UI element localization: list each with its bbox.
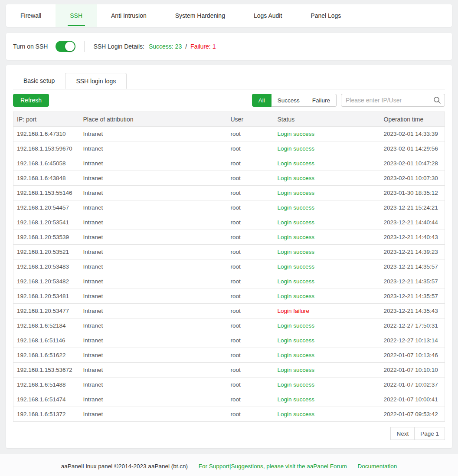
toggle-knob bbox=[65, 42, 75, 51]
copyright-text: aaPanelLinux panel ©2014-2023 aaPanel (b… bbox=[61, 463, 188, 469]
filter-success-button[interactable]: Success bbox=[272, 94, 306, 107]
cell-time: 2023-12-21 14:35:43 bbox=[380, 304, 445, 318]
cell-place: Intranet bbox=[80, 156, 227, 171]
nav-tab-ssh[interactable]: SSH bbox=[56, 4, 97, 27]
cell-status: Login success bbox=[274, 333, 380, 348]
col-user: User bbox=[227, 112, 274, 127]
table-row: 192.168.1.6:43848IntranetrootLogin succe… bbox=[13, 171, 445, 186]
nav-tab-system-hardening[interactable]: System Hardening bbox=[161, 4, 239, 27]
cell-ip-port: 192.168.1.6:43848 bbox=[13, 171, 80, 186]
cell-place: Intranet bbox=[80, 304, 227, 318]
col-operation-time: Operation time bbox=[380, 112, 445, 127]
cell-time: 2023-12-21 14:35:57 bbox=[380, 289, 445, 304]
nav-tab-logs-audit[interactable]: Logs Audit bbox=[239, 4, 296, 27]
cell-place: Intranet bbox=[80, 186, 227, 200]
nav-tab-label: Firewall bbox=[20, 12, 41, 19]
table-row: 192.168.1.20:53482IntranetrootLogin succ… bbox=[13, 274, 445, 289]
nav-tab-panel-logs[interactable]: Panel Logs bbox=[296, 4, 355, 27]
nav-tab-label: System Hardening bbox=[175, 12, 225, 19]
cell-time: 2022-01-07 10:00:41 bbox=[380, 392, 445, 407]
success-count: Success: 23 bbox=[149, 43, 182, 50]
table-row: 192.168.1.6:45058IntranetrootLogin succe… bbox=[13, 156, 445, 171]
filter-failure-button[interactable]: Failure bbox=[306, 94, 337, 107]
divider bbox=[84, 41, 85, 52]
security-nav-tabs: Firewall SSH Anti Intrusion System Harde… bbox=[6, 4, 452, 27]
cell-user: root bbox=[227, 200, 274, 215]
cell-user: root bbox=[227, 407, 274, 422]
separator: / bbox=[185, 43, 187, 50]
tab-ssh-login-logs[interactable]: SSH login logs bbox=[65, 73, 127, 89]
cell-user: root bbox=[227, 318, 274, 333]
cell-user: root bbox=[227, 156, 274, 171]
tab-basic-setup[interactable]: Basic setup bbox=[13, 73, 65, 89]
nav-tab-firewall[interactable]: Firewall bbox=[6, 4, 56, 27]
cell-status: Login success bbox=[274, 348, 380, 363]
cell-status: Login success bbox=[274, 318, 380, 333]
search-icon[interactable] bbox=[433, 96, 442, 105]
cell-place: Intranet bbox=[80, 141, 227, 156]
cell-time: 2023-12-21 14:35:57 bbox=[380, 259, 445, 274]
cell-status: Login success bbox=[274, 200, 380, 215]
cell-time: 2022-01-07 10:10:10 bbox=[380, 363, 445, 378]
failure-count: Failure: 1 bbox=[190, 43, 216, 50]
cell-time: 2022-12-27 10:13:14 bbox=[380, 333, 445, 348]
cell-place: Intranet bbox=[80, 245, 227, 259]
search-input[interactable] bbox=[341, 94, 445, 107]
cell-ip-port: 192.168.1.6:52184 bbox=[13, 318, 80, 333]
cell-status: Login success bbox=[274, 171, 380, 186]
cell-place: Intranet bbox=[80, 318, 227, 333]
cell-status: Login success bbox=[274, 392, 380, 407]
toolbar: Refresh All Success Failure bbox=[13, 94, 445, 107]
cell-ip-port: 192.168.1.20:53539 bbox=[13, 230, 80, 245]
cell-time: 2022-01-07 09:53:42 bbox=[380, 407, 445, 422]
cell-user: root bbox=[227, 141, 274, 156]
next-page-button[interactable]: Next bbox=[390, 427, 415, 440]
table-row: 192.168.1.6:51372IntranetrootLogin succe… bbox=[13, 407, 445, 422]
table-header-row: IP: port Place of attribution User Statu… bbox=[13, 112, 445, 127]
cell-status: Login success bbox=[274, 363, 380, 378]
cell-time: 2022-01-07 10:02:37 bbox=[380, 378, 445, 392]
forum-link[interactable]: For Support|Suggestions, please visit th… bbox=[199, 463, 347, 469]
cell-place: Intranet bbox=[80, 407, 227, 422]
cell-place: Intranet bbox=[80, 348, 227, 363]
cell-place: Intranet bbox=[80, 215, 227, 230]
documentation-link[interactable]: Documentation bbox=[357, 463, 397, 469]
refresh-button[interactable]: Refresh bbox=[13, 94, 49, 107]
nav-tab-label: Panel Logs bbox=[311, 12, 341, 19]
cell-time: 2023-02-01 14:29:56 bbox=[380, 141, 445, 156]
cell-ip-port: 192.168.1.6:51372 bbox=[13, 407, 80, 422]
cell-status: Login success bbox=[274, 141, 380, 156]
table-row: 192.168.1.153:53672IntranetrootLogin suc… bbox=[13, 363, 445, 378]
cell-status: Login success bbox=[274, 289, 380, 304]
table-row: 192.168.1.6:51488IntranetrootLogin succe… bbox=[13, 378, 445, 392]
filter-all-button[interactable]: All bbox=[252, 94, 272, 107]
current-page-button[interactable]: Page 1 bbox=[415, 427, 445, 440]
cell-time: 2022-12-27 17:50:31 bbox=[380, 318, 445, 333]
ssh-login-log-table: IP: port Place of attribution User Statu… bbox=[13, 112, 445, 422]
cell-ip-port: 192.168.1.20:53483 bbox=[13, 259, 80, 274]
cell-user: root bbox=[227, 304, 274, 318]
cell-user: root bbox=[227, 289, 274, 304]
cell-status: Login success bbox=[274, 378, 380, 392]
nav-tab-anti-intrusion[interactable]: Anti Intrusion bbox=[97, 4, 161, 27]
table-row: 192.168.1.20:53539IntranetrootLogin succ… bbox=[13, 230, 445, 245]
ssh-toggle-label: Turn on SSH bbox=[13, 43, 48, 50]
table-row: 192.168.1.20:53521IntranetrootLogin succ… bbox=[13, 245, 445, 259]
cell-place: Intranet bbox=[80, 274, 227, 289]
table-row: 192.168.1.6:52184IntranetrootLogin succe… bbox=[13, 318, 445, 333]
table-row: 192.168.1.20:53477IntranetrootLogin fail… bbox=[13, 304, 445, 318]
ssh-toggle[interactable] bbox=[56, 41, 75, 52]
ssh-logs-panel: Basic setup SSH login logs Refresh All S… bbox=[6, 65, 452, 448]
active-tab-indicator bbox=[68, 25, 85, 26]
table-row: 192.168.1.6:51146IntranetrootLogin succe… bbox=[13, 333, 445, 348]
table-header: IP: port Place of attribution User Statu… bbox=[13, 112, 445, 127]
col-place: Place of attribution bbox=[80, 112, 227, 127]
cell-user: root bbox=[227, 392, 274, 407]
table-row: 192.168.1.153:59670IntranetrootLogin suc… bbox=[13, 141, 445, 156]
nav-tab-label: Logs Audit bbox=[254, 12, 282, 19]
cell-user: root bbox=[227, 333, 274, 348]
status-filter-group: All Success Failure bbox=[252, 94, 337, 107]
cell-ip-port: 192.168.1.20:53481 bbox=[13, 289, 80, 304]
cell-time: 2023-12-21 14:35:57 bbox=[380, 274, 445, 289]
ssh-status-bar: Turn on SSH SSH Login Details: Success: … bbox=[6, 33, 452, 60]
